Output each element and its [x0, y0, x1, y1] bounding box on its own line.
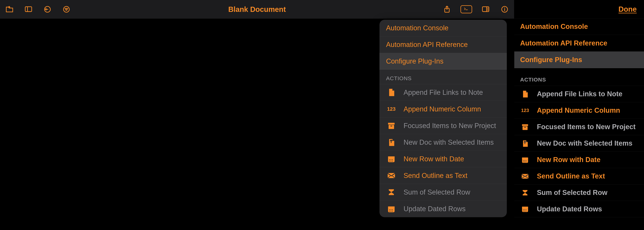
config-item-label: Automation API Reference [520, 39, 607, 47]
action-label: Update Dated Rows [404, 205, 466, 213]
new-doc-icon [520, 138, 530, 148]
action-label: Append Numeric Column [537, 107, 620, 114]
action-append-numeric-column[interactable]: 123 Append Numeric Column [380, 101, 507, 117]
calendar-icon [386, 204, 396, 214]
action-append-file-links[interactable]: Append File Links to Note [380, 84, 507, 101]
inspector-icon[interactable] [480, 4, 491, 15]
documents-folder-icon[interactable] [4, 4, 15, 15]
undo-icon[interactable] [42, 4, 53, 15]
done-button[interactable]: Done [618, 5, 637, 13]
action-label: Sum of Selected Row [537, 189, 607, 196]
cfg-action-new-doc-selected[interactable]: New Doc with Selected Items [514, 135, 644, 151]
action-sum-selected-row[interactable]: Sum of Selected Row [380, 184, 507, 200]
filter-icon[interactable] [61, 4, 72, 15]
automation-terminal-icon[interactable] [460, 5, 472, 13]
action-label: Focused Items to New Project [404, 122, 496, 130]
calendar-icon [520, 204, 530, 214]
popover-actions-header: ACTIONS [380, 70, 507, 84]
action-label: Send Outline as Text [404, 172, 468, 180]
action-update-dated-rows[interactable]: Update Dated Rows [380, 200, 507, 217]
document-title: Blank Document [0, 5, 514, 14]
config-item-label: Automation Console [520, 23, 588, 31]
popover-item-label: Automation Console [386, 24, 448, 32]
archive-icon [520, 122, 530, 132]
action-label: Append Numeric Column [404, 105, 481, 113]
config-actions-header: ACTIONS [514, 68, 644, 86]
sidebar-toggle-icon[interactable] [23, 4, 34, 15]
action-label: Focused Items to New Project [537, 123, 636, 131]
action-label: Append File Links to Note [404, 89, 483, 96]
new-doc-icon [386, 137, 396, 148]
popover-item-automation-console[interactable]: Automation Console [380, 20, 507, 36]
action-new-doc-selected[interactable]: New Doc with Selected Items [380, 134, 507, 151]
config-item-label: Configure Plug-Ins [520, 56, 582, 64]
calendar-icon [520, 155, 530, 165]
numeric-icon: 123 [520, 106, 530, 115]
mail-icon [386, 170, 396, 181]
config-item-configure-plugins[interactable]: Configure Plug-Ins [514, 52, 644, 68]
archive-icon [386, 120, 396, 131]
config-item-automation-console[interactable]: Automation Console [514, 18, 644, 35]
share-icon[interactable] [442, 4, 452, 15]
main-app-pane: Blank Document Automation Console Automa… [0, 0, 514, 230]
info-icon[interactable] [499, 4, 510, 15]
cfg-action-append-file-links[interactable]: Append File Links to Note [514, 86, 644, 102]
config-item-api-reference[interactable]: Automation API Reference [514, 35, 644, 52]
action-label: Update Dated Rows [537, 205, 602, 213]
sigma-icon [386, 187, 396, 197]
action-label: New Row with Date [537, 156, 600, 164]
configure-plugins-pane: Done Automation Console Automation API R… [514, 0, 644, 230]
popover-item-api-reference[interactable]: Automation API Reference [380, 36, 507, 53]
popover-item-label: Configure Plug-Ins [386, 57, 444, 65]
action-focused-items-new-project[interactable]: Focused Items to New Project [380, 117, 507, 134]
toolbar: Blank Document [0, 0, 514, 19]
action-label: Send Outline as Text [537, 172, 605, 180]
popover-item-configure-plugins[interactable]: Configure Plug-Ins [380, 53, 507, 70]
numeric-icon: 123 [386, 104, 396, 114]
sigma-icon [520, 188, 530, 198]
automation-popover: Automation Console Automation API Refere… [380, 20, 507, 217]
file-icon [520, 89, 530, 99]
action-new-row-date[interactable]: New Row with Date [380, 151, 507, 167]
cfg-action-sum-selected-row[interactable]: Sum of Selected Row [514, 184, 644, 201]
action-label: New Doc with Selected Items [537, 139, 632, 147]
file-icon [386, 87, 396, 98]
action-label: New Row with Date [404, 155, 464, 163]
popover-item-label: Automation API Reference [386, 41, 468, 49]
action-send-outline-text[interactable]: Send Outline as Text [380, 167, 507, 184]
cfg-action-update-dated-rows[interactable]: Update Dated Rows [514, 201, 644, 217]
cfg-action-new-row-date[interactable]: New Row with Date [514, 151, 644, 168]
calendar-icon [386, 154, 396, 164]
action-label: Sum of Selected Row [404, 188, 470, 196]
action-label: New Doc with Selected Items [404, 138, 494, 146]
cfg-action-send-outline-text[interactable]: Send Outline as Text [514, 168, 644, 184]
action-label: Append File Links to Note [537, 90, 622, 98]
mail-icon [520, 171, 530, 181]
cfg-action-append-numeric-column[interactable]: 123 Append Numeric Column [514, 102, 644, 119]
cfg-action-focused-items-new-project[interactable]: Focused Items to New Project [514, 119, 644, 135]
config-header: Done [514, 0, 644, 18]
